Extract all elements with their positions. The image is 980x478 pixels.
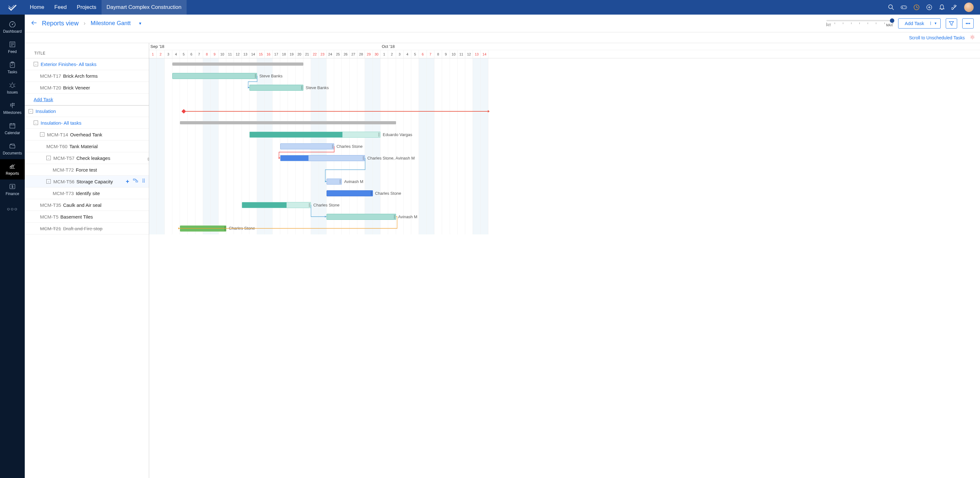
gamepad-icon[interactable] [900,4,907,11]
bell-icon[interactable] [939,4,945,11]
topnav-project-tab[interactable]: Daymart Complex Construction [102,0,187,14]
add-icon[interactable] [926,4,932,11]
search-icon[interactable] [888,4,894,11]
tools-icon[interactable] [951,4,958,11]
topnav-projects[interactable]: Projects [72,0,101,14]
topnav: Home Feed Projects Daymart Complex Const… [25,0,187,14]
avatar[interactable] [964,3,974,12]
topnav-home[interactable]: Home [25,0,49,14]
topbar-icons [888,0,980,14]
logo[interactable] [0,0,25,14]
topbar: Home Feed Projects Daymart Complex Const… [0,0,980,14]
svg-point-3 [905,6,905,7]
svg-line-9 [916,7,918,8]
svg-point-0 [889,5,892,9]
topnav-feed[interactable]: Feed [49,0,72,14]
svg-line-1 [892,8,894,10]
clock-icon[interactable] [913,4,920,11]
svg-point-4 [905,7,906,8]
